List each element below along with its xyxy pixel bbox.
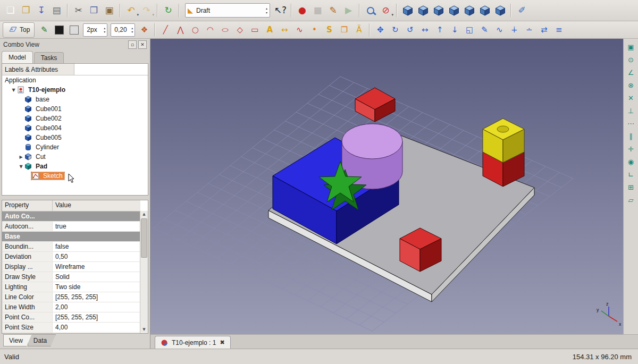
- tree-item-cube002[interactable]: Cube002: [2, 114, 148, 123]
- refresh[interactable]: ↻: [161, 3, 175, 18]
- tree-header[interactable]: Labels & Attributes: [2, 64, 74, 75]
- draft-bspline[interactable]: ∿: [292, 23, 306, 37]
- open-file[interactable]: ❐: [19, 3, 33, 18]
- property-value[interactable]: 0,50: [53, 252, 140, 261]
- macro-record[interactable]: ●: [295, 3, 309, 18]
- snap-lock-icon[interactable]: ▣: [625, 41, 637, 52]
- draft-arc[interactable]: ◠: [203, 23, 217, 37]
- scrollbar-thumb[interactable]: [141, 218, 147, 258]
- paste[interactable]: ▣: [102, 3, 116, 18]
- draft-text[interactable]: A: [263, 23, 276, 37]
- line-width-combo[interactable]: 2px: [83, 23, 107, 37]
- draft-polygon[interactable]: ◇: [233, 23, 247, 37]
- draft-layers[interactable]: ≡: [552, 23, 566, 37]
- dropdown-arrow-icon[interactable]: [391, 13, 393, 17]
- value-column-header[interactable]: Value: [53, 200, 140, 211]
- property-value[interactable]: Two side: [53, 282, 140, 292]
- draft-ellipse[interactable]: ○: [218, 23, 232, 37]
- tree-item-base[interactable]: base: [2, 95, 148, 104]
- property-value[interactable]: [255, 255, 255]: [53, 292, 140, 302]
- tab-model[interactable]: Model: [2, 51, 33, 63]
- property-row-autocon-[interactable]: Autocon...true: [2, 222, 140, 232]
- save-file[interactable]: ↧: [34, 3, 48, 18]
- tab-view[interactable]: View: [3, 334, 32, 346]
- expander-open-icon[interactable]: ▼: [18, 164, 24, 169]
- snap-working-plane-icon[interactable]: ▱: [625, 194, 637, 205]
- property-row-boundin-[interactable]: Boundin...false: [2, 242, 140, 252]
- property-value[interactable]: Wireframe: [53, 262, 140, 272]
- property-row-line-width[interactable]: Line Width2,00: [2, 302, 140, 312]
- text-scale-combo[interactable]: 0,20: [111, 23, 135, 37]
- draft-upgrade[interactable]: ↑: [433, 23, 447, 37]
- draft-downgrade[interactable]: ↓: [448, 23, 461, 37]
- expander-open-icon[interactable]: ▼: [11, 88, 16, 92]
- tree-item-cube001[interactable]: Cube001: [2, 104, 148, 114]
- spinner-arrows-icon[interactable]: [266, 6, 267, 14]
- document-tab[interactable]: T10-ejemplo : 1: [155, 336, 231, 349]
- scroll-down-icon[interactable]: [140, 326, 148, 333]
- snap-endpoint-icon[interactable]: ⊙: [625, 54, 637, 65]
- view-right[interactable]: [447, 3, 461, 18]
- draft-edit[interactable]: ✎: [477, 23, 491, 37]
- property-value[interactable]: true: [53, 333, 140, 334]
- face-color-swatch[interactable]: [67, 23, 81, 37]
- snap-intersection-icon[interactable]: ✕: [625, 92, 637, 103]
- spinner-arrows-icon[interactable]: [104, 26, 105, 33]
- property-row-point-size[interactable]: Point Size4,00: [2, 323, 140, 333]
- dropdown-arrow-icon[interactable]: [152, 13, 154, 17]
- view-rear[interactable]: [462, 3, 476, 18]
- draft-delete-point[interactable]: ∸: [522, 23, 536, 37]
- property-value[interactable]: [255, 255, 255]: [53, 312, 140, 322]
- property-row-deviation[interactable]: Deviation0,50: [2, 252, 140, 262]
- measure-distance[interactable]: ✐: [515, 3, 529, 18]
- tree-item-pad[interactable]: ▼Pad: [2, 162, 148, 171]
- snap-ortho-icon[interactable]: ∟: [625, 169, 637, 180]
- property-value[interactable]: Solid: [53, 272, 140, 282]
- float-panel-icon[interactable]: [128, 40, 137, 49]
- snap-extension-icon[interactable]: ⋯: [625, 118, 637, 129]
- view-isometric[interactable]: [400, 3, 415, 18]
- property-row-selecta-[interactable]: Selecta...true: [2, 333, 140, 334]
- scroll-up-icon[interactable]: [140, 211, 148, 218]
- close-tab-icon[interactable]: [220, 339, 224, 346]
- snap-angle-icon[interactable]: ∠: [625, 67, 637, 78]
- snap-near-icon[interactable]: ◉: [625, 156, 637, 167]
- draft-to-sketch[interactable]: ⇄: [537, 23, 551, 37]
- snap-center-icon[interactable]: ⊗: [625, 80, 637, 90]
- dropdown-arrow-icon[interactable]: [137, 13, 139, 17]
- property-row-point-co-[interactable]: Point Co...[255, 255, 255]: [2, 312, 140, 323]
- draft-add-point[interactable]: ∔: [507, 23, 521, 37]
- property-column-header[interactable]: Property: [2, 200, 53, 211]
- property-value[interactable]: true: [53, 222, 140, 231]
- working-plane-button[interactable]: Top: [3, 22, 35, 38]
- property-value[interactable]: false: [53, 242, 140, 251]
- close-panel-icon[interactable]: [138, 40, 147, 49]
- macro-stop[interactable]: ■: [310, 3, 325, 18]
- draft-polyline[interactable]: ⋀: [173, 23, 187, 37]
- draft-scale[interactable]: ◱: [463, 23, 476, 37]
- property-row-line-color[interactable]: Line Color[255, 255, 255]: [2, 292, 140, 302]
- snap-perpendicular-icon[interactable]: ⊥: [625, 105, 637, 116]
- line-color-swatch[interactable]: [52, 23, 66, 37]
- zoom-fit[interactable]: [363, 3, 377, 18]
- apply-style[interactable]: ❖: [137, 23, 151, 37]
- tab-data[interactable]: Data: [28, 334, 56, 346]
- draft-annotation-styles[interactable]: Ä: [352, 23, 366, 37]
- macro-play[interactable]: ▶: [341, 3, 356, 18]
- property-scrollbar[interactable]: [140, 211, 148, 333]
- draft-rectangle[interactable]: ▭: [248, 23, 262, 37]
- tree-item-cylinder[interactable]: Cylinder: [2, 142, 148, 152]
- snap-parallel-icon[interactable]: ∥: [625, 131, 637, 141]
- draft-point[interactable]: •: [307, 23, 321, 37]
- new-file[interactable]: ❏: [3, 3, 18, 18]
- spinner-arrows-icon[interactable]: [131, 26, 133, 33]
- draft-line[interactable]: ╱: [158, 23, 172, 37]
- view-bottom[interactable]: [477, 3, 492, 18]
- draft-circle[interactable]: ○: [188, 23, 202, 37]
- property-row-draw-style[interactable]: Draw StyleSolid: [2, 272, 140, 282]
- tree-item-cut[interactable]: ▶Cut: [2, 152, 148, 162]
- view-top[interactable]: [431, 3, 446, 18]
- clipping-plane[interactable]: ⊘: [379, 3, 393, 18]
- draft-rotate[interactable]: ↻: [388, 23, 402, 37]
- yellow-box-tower[interactable]: [483, 118, 524, 187]
